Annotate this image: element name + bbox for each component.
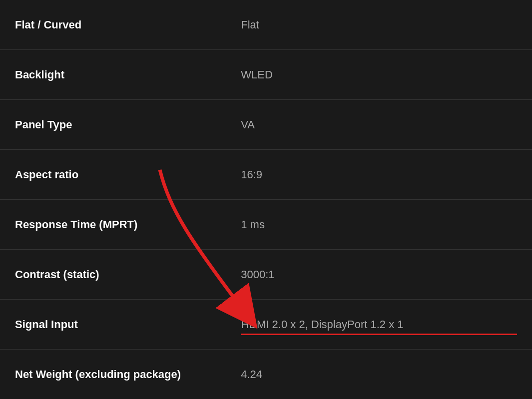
- annotation-arrow: [0, 0, 532, 399]
